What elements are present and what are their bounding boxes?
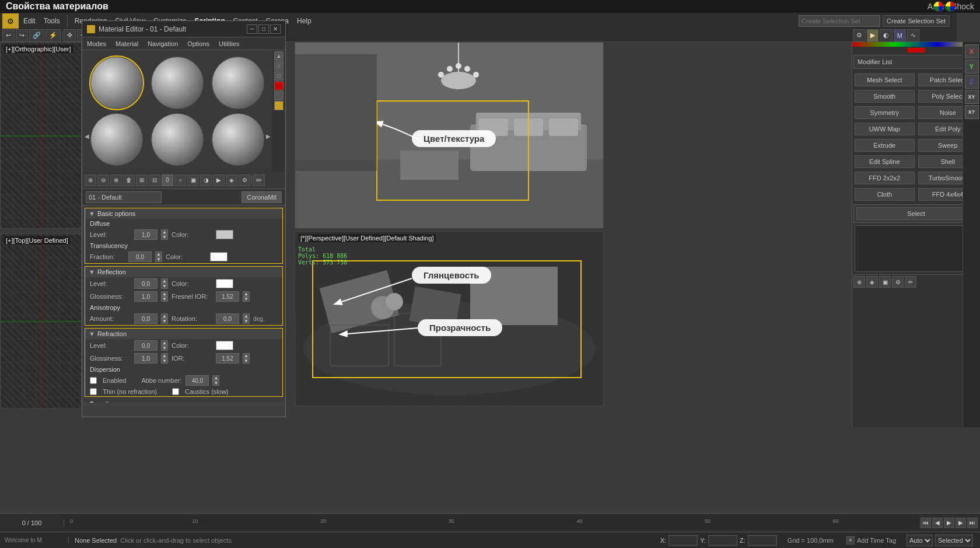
maximize-btn[interactable]: □ xyxy=(258,25,269,34)
add-time-tag-icon[interactable]: + xyxy=(846,536,855,544)
play-btn[interactable]: ▶ xyxy=(944,518,954,528)
right-tool-4[interactable]: ⚙ xyxy=(892,276,904,288)
spin-down-1[interactable]: ▼ xyxy=(161,235,168,240)
mat-color-swatch[interactable] xyxy=(274,81,284,90)
right-tool-1[interactable]: ⊕ xyxy=(853,276,865,288)
mat-menu-modes[interactable]: Modes xyxy=(82,39,111,48)
edit-spline-btn[interactable]: Edit Spline xyxy=(855,155,915,168)
anisotropy-amount-input[interactable] xyxy=(134,313,158,324)
mat-tool-get[interactable]: ⊕ xyxy=(85,174,96,186)
spin-down-10[interactable]: ▼ xyxy=(243,358,250,364)
dispersion-enabled-checkbox[interactable] xyxy=(90,377,97,384)
mat-tool-video[interactable]: ▶ xyxy=(213,174,225,186)
mat-tool-sphere[interactable]: ○ xyxy=(174,174,186,186)
spin-up-6[interactable]: ▲ xyxy=(161,313,168,319)
spin-down-7[interactable]: ▼ xyxy=(243,319,250,324)
spin-up-9[interactable]: ▲ xyxy=(161,353,168,358)
extrude-btn[interactable]: Extrude xyxy=(855,139,915,152)
mat-menu-material[interactable]: Material xyxy=(111,39,143,48)
mat-ball-6[interactable] xyxy=(212,113,264,166)
viewport-camera[interactable]: [+][Camera001][User Defined][Default Sha… xyxy=(295,42,604,229)
mat-ball-1[interactable] xyxy=(90,57,143,109)
spin-up-1[interactable]: ▲ xyxy=(161,229,168,235)
reflection-level-input[interactable] xyxy=(134,278,158,289)
caustics-checkbox[interactable] xyxy=(172,388,179,395)
mat-tool-options[interactable]: ⚙ xyxy=(239,174,250,186)
symmetry-btn[interactable]: Symmetry xyxy=(855,106,915,119)
spin-up-10[interactable]: ▲ xyxy=(243,353,250,358)
mesh-select-btn[interactable]: Mesh Select xyxy=(855,74,915,86)
menu-file[interactable]: ⚙ xyxy=(2,13,19,29)
x-input[interactable] xyxy=(668,535,698,546)
spin-up-2[interactable]: ▲ xyxy=(155,252,162,257)
unlink-btn[interactable]: ⚡ xyxy=(46,29,61,42)
spin-down-3[interactable]: ▼ xyxy=(161,284,168,289)
prev-frame-btn[interactable]: ◀ xyxy=(932,518,943,528)
axis-xy-btn[interactable]: XY xyxy=(965,90,979,104)
axis-z-btn[interactable]: Z xyxy=(965,75,979,89)
mat-ball-5[interactable] xyxy=(151,113,204,166)
auto-select[interactable]: Auto xyxy=(907,535,933,546)
refraction-header[interactable]: ▼ Refraction xyxy=(85,329,282,339)
goto-end-btn[interactable]: ⏭ xyxy=(967,518,978,528)
mat-tool-delete[interactable]: 🗑 xyxy=(123,174,135,186)
mat-ball-4[interactable] xyxy=(90,113,143,166)
right-tool-5[interactable]: ✏ xyxy=(905,276,916,288)
mat-side-btn3[interactable]: □ xyxy=(274,71,284,81)
goto-start-btn[interactable]: ⏮ xyxy=(921,518,931,528)
axis-y-btn[interactable]: Y xyxy=(965,60,979,74)
reflection-color-swatch[interactable] xyxy=(216,279,233,288)
selection-set-input[interactable] xyxy=(799,15,880,27)
timeline[interactable]: 0 / 100 0 10 20 30 40 50 60 ⏮ ◀ ▶ ▶ ⏭ xyxy=(0,513,980,532)
axis-xyz-btn[interactable]: X? xyxy=(965,105,979,119)
mat-tool-pencil[interactable]: ✏ xyxy=(253,174,265,186)
basic-options-header[interactable]: ▼ Basic options xyxy=(85,208,282,219)
spin-down-2[interactable]: ▼ xyxy=(155,257,162,262)
spin-up-3[interactable]: ▲ xyxy=(161,278,168,284)
redo-btn[interactable]: ↪ xyxy=(16,29,28,42)
reflection-fresnel-input[interactable] xyxy=(216,291,239,302)
spin-up-8[interactable]: ▲ xyxy=(161,340,168,345)
view-toggle[interactable]: ◐ xyxy=(880,29,892,42)
refraction-color-swatch[interactable] xyxy=(216,341,233,350)
menu-help[interactable]: Help xyxy=(293,13,315,29)
modifier-list-dropdown[interactable]: Modifier List ▼ xyxy=(853,55,979,69)
smooth-btn[interactable]: Smooth xyxy=(855,90,915,103)
cloth-btn[interactable]: Cloth xyxy=(855,188,915,201)
mat-editor-btn[interactable]: M xyxy=(894,29,906,42)
y-input[interactable] xyxy=(708,535,737,546)
spin-up-7[interactable]: ▲ xyxy=(243,313,250,319)
diffuse-level-input[interactable] xyxy=(134,229,158,240)
spin-down-5[interactable]: ▼ xyxy=(243,296,250,302)
mat-tool-assign[interactable]: ⊗ xyxy=(110,174,122,186)
axis-x-btn[interactable]: X xyxy=(965,44,979,58)
curve-editor-btn[interactable]: ∿ xyxy=(907,29,919,42)
viewport-top[interactable]: [+][Top][User Defined] xyxy=(0,233,82,409)
spin-down-9[interactable]: ▼ xyxy=(161,358,168,364)
minimize-btn[interactable]: ─ xyxy=(247,25,257,34)
select-btn[interactable]: ✜ xyxy=(64,29,76,42)
mat-tool-backlight[interactable]: ◑ xyxy=(200,174,212,186)
thin-checkbox[interactable] xyxy=(90,388,97,395)
mat-side-btn2[interactable]: ○ xyxy=(274,61,284,71)
spin-up-4[interactable]: ▲ xyxy=(161,291,168,296)
mat-menu-navigation[interactable]: Navigation xyxy=(143,39,183,48)
right-tool-3[interactable]: ▣ xyxy=(879,276,891,288)
timeline-bar[interactable]: 0 10 20 30 40 50 60 xyxy=(64,517,918,529)
mat-menu-utilities[interactable]: Utilities xyxy=(214,39,244,48)
spin-down-6[interactable]: ▼ xyxy=(161,319,168,324)
refraction-glossiness-input[interactable] xyxy=(134,353,158,364)
mat-tool-bg[interactable]: ▣ xyxy=(187,174,199,186)
mat-tool-copy[interactable]: ⊞ xyxy=(136,174,148,186)
next-frame-btn[interactable]: ▶ xyxy=(956,518,966,528)
scroll-right-btn[interactable]: ▶ xyxy=(266,133,271,139)
close-btn[interactable]: ✕ xyxy=(270,25,281,34)
refraction-ior-input[interactable] xyxy=(216,353,239,364)
mat-tool-render[interactable]: ◈ xyxy=(226,174,237,186)
selected-select[interactable]: Selected xyxy=(935,535,973,546)
mat-tool-put[interactable]: ⊖ xyxy=(97,174,109,186)
spin-down-8[interactable]: ▼ xyxy=(161,345,168,351)
mat-name-input[interactable] xyxy=(86,191,162,203)
reflection-glossiness-input[interactable] xyxy=(134,291,158,302)
undo-btn[interactable]: ↩ xyxy=(2,29,15,42)
